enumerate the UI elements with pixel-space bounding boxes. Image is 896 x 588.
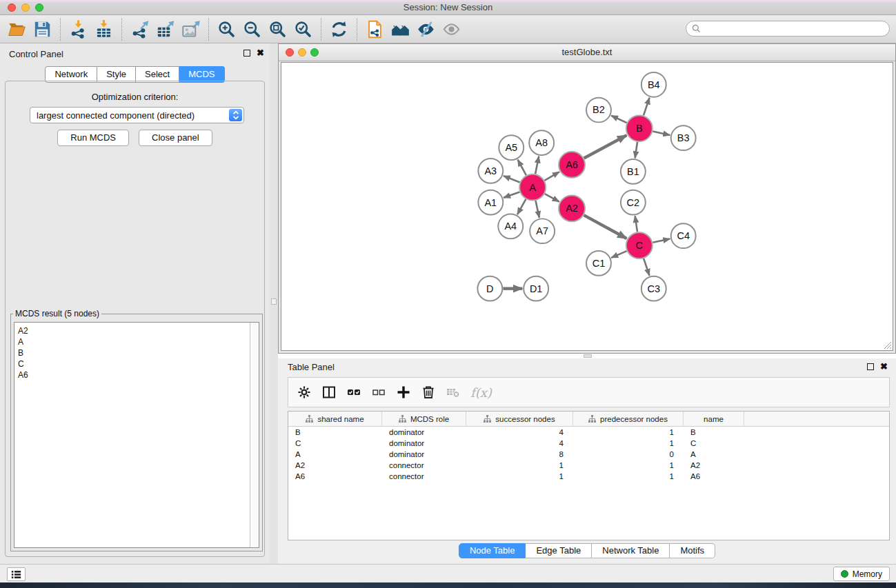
import-network-icon[interactable] xyxy=(66,18,91,41)
horizontal-splitter-handle[interactable] xyxy=(584,354,592,358)
float-panel-icon[interactable] xyxy=(243,50,250,57)
show-icon[interactable] xyxy=(439,18,464,41)
column-header-shared-name[interactable]: shared name xyxy=(288,412,382,426)
edge-A-A7[interactable] xyxy=(535,201,539,218)
edge-A-A5[interactable] xyxy=(518,160,526,176)
edge-A-A3[interactable] xyxy=(504,176,520,182)
edge-C-C1[interactable] xyxy=(611,251,626,258)
zoom-out-icon[interactable] xyxy=(239,18,265,41)
node-B2[interactable]: B2 xyxy=(586,98,611,123)
node-A5[interactable]: A5 xyxy=(499,135,524,160)
node-A7[interactable]: A7 xyxy=(530,219,555,243)
delete-column-icon[interactable] xyxy=(421,385,436,400)
node-D1[interactable]: D1 xyxy=(524,276,548,301)
network-window-titlebar[interactable]: testGlobe.txt xyxy=(279,44,895,61)
column-layout-icon[interactable] xyxy=(321,385,337,400)
node-C1[interactable]: C1 xyxy=(586,251,611,276)
table-row[interactable]: Adominator80A xyxy=(288,449,889,460)
close-panel-icon[interactable]: ✖ xyxy=(257,50,264,57)
settings-icon[interactable] xyxy=(297,385,312,400)
zoom-fit-icon[interactable] xyxy=(265,18,290,41)
edge-A-A4[interactable] xyxy=(517,199,526,214)
tab-motifs[interactable]: Motifs xyxy=(670,543,715,558)
edge-B-B1[interactable] xyxy=(635,142,637,158)
column-header-predecessor-nodes[interactable]: predecessor nodes xyxy=(573,412,684,426)
import-table-icon[interactable] xyxy=(91,18,117,41)
edge-A2-C[interactable] xyxy=(584,215,627,239)
edge-A6-B[interactable] xyxy=(584,135,627,158)
result-list-scrollbar[interactable] xyxy=(250,323,259,547)
node-B[interactable]: B xyxy=(626,115,653,141)
vertical-splitter[interactable] xyxy=(270,43,278,564)
node-A8[interactable]: A8 xyxy=(529,130,554,155)
vertical-splitter-handle[interactable] xyxy=(271,298,277,305)
hide-icon[interactable] xyxy=(413,18,439,41)
edge-A-A8[interactable] xyxy=(535,156,539,174)
deselect-all-icon[interactable] xyxy=(371,385,386,400)
export-image-icon[interactable] xyxy=(178,18,203,41)
search-input[interactable] xyxy=(686,21,890,37)
export-network-icon[interactable] xyxy=(127,18,152,41)
table-row[interactable]: A6connector11A6 xyxy=(288,471,889,482)
node-C2[interactable]: C2 xyxy=(621,190,646,215)
network-graph[interactable]: B4B2BB3A5A8A6A3B1AA1C2A2A4A7C4CC1C3DD1 xyxy=(281,63,893,350)
edge-A-A2[interactable] xyxy=(545,194,559,201)
tab-edge-table[interactable]: Edge Table xyxy=(526,543,592,558)
edge-B-B3[interactable] xyxy=(653,132,670,135)
table-row[interactable]: Cdominator41C xyxy=(288,438,889,449)
node-C[interactable]: C xyxy=(626,232,653,258)
table-row[interactable]: A2connector11A2 xyxy=(288,460,889,471)
horizontal-splitter[interactable] xyxy=(278,354,896,358)
result-item[interactable]: B xyxy=(14,347,249,358)
edge-C-C3[interactable] xyxy=(644,258,649,276)
result-item[interactable]: A2 xyxy=(14,325,249,336)
save-icon[interactable] xyxy=(30,18,55,41)
edge-C-C2[interactable] xyxy=(635,216,637,232)
close-table-panel-icon[interactable]: ✖ xyxy=(880,363,888,370)
add-column-icon[interactable] xyxy=(396,385,411,400)
column-header-MCDS-role[interactable]: MCDS role xyxy=(382,412,466,426)
node-A6[interactable]: A6 xyxy=(559,152,585,178)
home-icon[interactable] xyxy=(388,18,413,41)
node-A2[interactable]: A2 xyxy=(559,196,585,222)
result-item[interactable]: C xyxy=(14,358,249,369)
network-file-icon[interactable] xyxy=(362,18,388,41)
open-icon[interactable] xyxy=(4,18,30,41)
node-A[interactable]: A xyxy=(519,174,546,201)
table-row[interactable]: Bdominator41B xyxy=(288,427,889,438)
select-all-icon[interactable] xyxy=(346,385,361,400)
close-panel-button[interactable]: Close panel xyxy=(139,130,212,146)
optimization-criterion-select[interactable]: largest connected component (directed) xyxy=(30,107,244,123)
edge-C-C4[interactable] xyxy=(653,239,670,242)
float-table-panel-icon[interactable] xyxy=(867,363,874,370)
tab-network-table[interactable]: Network Table xyxy=(592,543,670,558)
tab-node-table[interactable]: Node Table xyxy=(459,543,526,558)
edge-A-A6[interactable] xyxy=(544,172,559,180)
refresh-icon[interactable] xyxy=(326,18,352,41)
resize-grip-icon[interactable] xyxy=(883,341,892,349)
edge-B-B4[interactable] xyxy=(644,98,650,116)
export-table-icon[interactable] xyxy=(152,18,178,41)
node-B1[interactable]: B1 xyxy=(621,159,646,184)
memory-button[interactable]: Memory xyxy=(833,567,890,581)
network-canvas[interactable]: B4B2BB3A5A8A6A3B1AA1C2A2A4A7C4CC1C3DD1 xyxy=(281,62,893,351)
task-history-button[interactable] xyxy=(7,567,26,581)
result-item[interactable]: A6 xyxy=(14,369,249,381)
node-A1[interactable]: A1 xyxy=(478,190,503,215)
node-A3[interactable]: A3 xyxy=(478,159,503,183)
table-cell: A6 xyxy=(288,471,382,482)
node-B4[interactable]: B4 xyxy=(641,72,666,97)
zoom-selected-icon[interactable] xyxy=(290,18,316,41)
edge-A-A1[interactable] xyxy=(504,192,519,197)
column-header-successor-nodes[interactable]: successor nodes xyxy=(466,412,573,426)
node-C3[interactable]: C3 xyxy=(641,276,666,301)
node-A4[interactable]: A4 xyxy=(498,214,523,239)
result-item[interactable]: A xyxy=(14,336,249,347)
column-header-name[interactable]: name xyxy=(684,412,744,426)
node-D[interactable]: D xyxy=(477,276,502,301)
node-C4[interactable]: C4 xyxy=(671,223,696,248)
run-mcds-button[interactable]: Run MCDS xyxy=(57,130,129,146)
node-B3[interactable]: B3 xyxy=(671,125,696,150)
zoom-in-icon[interactable] xyxy=(214,18,239,41)
edge-B-B2[interactable] xyxy=(611,116,627,123)
